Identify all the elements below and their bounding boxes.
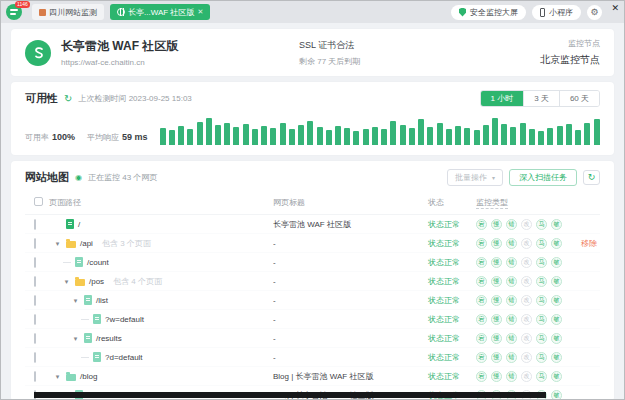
monitor-type-badge[interactable]: 敏 <box>551 371 562 382</box>
monitor-type-badge[interactable]: 改 <box>521 276 532 287</box>
settings-button[interactable]: ⚙ <box>587 5 602 20</box>
monitor-type-badge[interactable]: 马 <box>536 333 547 344</box>
monitor-type-badge[interactable]: 错 <box>506 276 517 287</box>
expand-toggle[interactable]: ▾ <box>53 240 62 247</box>
monitor-type-badge[interactable]: 敏 <box>551 276 562 287</box>
page-path[interactable]: ?w=default <box>105 315 144 324</box>
time-range-button[interactable]: 60 天 <box>559 91 599 106</box>
monitor-type-badge[interactable]: 错 <box>506 219 517 230</box>
row-checkbox[interactable] <box>34 257 36 268</box>
monitor-type-badge[interactable]: 改 <box>521 314 532 325</box>
monitor-type-badge[interactable]: 慢 <box>491 219 502 230</box>
monitor-type-badge[interactable]: 错 <box>506 295 517 306</box>
row-checkbox[interactable] <box>34 219 36 230</box>
monitor-type-badge[interactable]: 慢 <box>491 314 502 325</box>
monitor-type-badge[interactable]: 错 <box>506 257 517 268</box>
tab-site-2-active[interactable]: 长亭...WAF 社区版 ✕ <box>110 4 210 20</box>
monitor-type-badge[interactable]: 改 <box>521 295 532 306</box>
tab-close-icon[interactable]: ✕ <box>197 8 203 16</box>
monitor-type-badge[interactable]: 马 <box>536 314 547 325</box>
monitor-type-badge[interactable]: 宕 <box>476 257 487 268</box>
monitor-type-badge[interactable]: 宕 <box>476 371 487 382</box>
monitor-type-badge[interactable]: 宕 <box>476 276 487 287</box>
monitor-type-badge[interactable]: 改 <box>521 238 532 249</box>
monitor-type-badge[interactable]: 改 <box>521 219 532 230</box>
deep-scan-button[interactable]: 深入扫描任务 <box>509 169 577 186</box>
row-checkbox[interactable] <box>34 238 36 249</box>
response-time-bar-chart[interactable] <box>160 116 600 145</box>
monitor-type-badge[interactable]: 宕 <box>476 238 487 249</box>
page-path[interactable]: /count <box>87 258 109 267</box>
monitor-type-badge[interactable]: 敏 <box>551 238 562 249</box>
page-path[interactable]: / <box>78 220 80 229</box>
time-range-button[interactable]: 3 天 <box>523 91 559 106</box>
monitor-node-value[interactable]: 北京监控节点 <box>540 53 600 67</box>
page-path[interactable]: /results <box>96 334 122 343</box>
monitor-type-badge[interactable]: 改 <box>521 371 532 382</box>
monitor-type-badge[interactable]: 宕 <box>476 219 487 230</box>
monitor-type-badge[interactable]: 慢 <box>491 333 502 344</box>
row-checkbox[interactable] <box>34 352 36 363</box>
monitor-type-badge[interactable]: 马 <box>536 276 547 287</box>
chart-bar <box>538 131 544 145</box>
monitor-type-badge[interactable]: 敏 <box>551 314 562 325</box>
row-checkbox[interactable] <box>34 314 36 325</box>
expand-toggle[interactable]: ▾ <box>62 278 71 285</box>
monitor-type-badge[interactable]: 马 <box>536 257 547 268</box>
monitor-type-badge[interactable]: 敏 <box>551 333 562 344</box>
monitor-type-badge[interactable]: 马 <box>536 371 547 382</box>
monitor-type-badge[interactable]: 错 <box>506 352 517 363</box>
refresh-icon[interactable]: ↻ <box>64 94 72 104</box>
monitor-type-badge[interactable]: 慢 <box>491 371 502 382</box>
monitor-type-badge[interactable]: 宕 <box>476 314 487 325</box>
row-checkbox[interactable] <box>34 371 36 382</box>
monitor-type-badge[interactable]: 敏 <box>551 352 562 363</box>
monitor-type-badge[interactable]: 改 <box>521 333 532 344</box>
miniapp-button[interactable]: 小程序 <box>532 5 581 20</box>
expand-toggle[interactable]: ▾ <box>71 297 80 304</box>
monitor-type-badge[interactable]: 马 <box>536 238 547 249</box>
remove-link[interactable]: 移除 <box>581 238 597 249</box>
monitor-type-badge[interactable]: 改 <box>521 352 532 363</box>
security-dashboard-button[interactable]: 安全监控大屏 <box>451 5 526 20</box>
monitor-type-badge[interactable]: 马 <box>536 295 547 306</box>
monitor-type-badge[interactable]: 慢 <box>491 276 502 287</box>
monitor-type-badge[interactable]: 改 <box>521 257 532 268</box>
expand-toggle[interactable]: ▾ <box>71 335 80 342</box>
row-checkbox[interactable] <box>34 295 36 306</box>
page-path[interactable]: /api <box>80 239 93 248</box>
tab-site-1[interactable]: 四川网站监测 <box>32 4 104 20</box>
page-path[interactable]: /blog <box>80 372 97 381</box>
monitor-type-badge[interactable]: 错 <box>506 333 517 344</box>
select-all-checkbox[interactable] <box>34 197 43 206</box>
site-url[interactable]: https://waf-ce.chaitin.cn <box>61 58 289 67</box>
monitor-type-badge[interactable]: 错 <box>506 314 517 325</box>
app-launcher[interactable]: 1146 <box>6 3 26 21</box>
rescan-button[interactable]: ↻ <box>583 170 600 185</box>
monitor-type-badge[interactable]: 宕 <box>476 333 487 344</box>
monitor-type-badge[interactable]: 马 <box>536 352 547 363</box>
monitor-type-badge[interactable]: 慢 <box>491 295 502 306</box>
monitor-type-badge[interactable]: 宕 <box>476 352 487 363</box>
monitor-type-badge[interactable]: 马 <box>536 219 547 230</box>
monitor-type-badge[interactable]: 敏 <box>551 219 562 230</box>
monitor-type-badge[interactable]: 错 <box>506 238 517 249</box>
row-checkbox[interactable] <box>34 333 36 344</box>
page-path[interactable]: ?d=default <box>105 353 143 362</box>
monitor-type-badge[interactable]: 宕 <box>476 295 487 306</box>
bulk-action-select[interactable]: 批量操作 ▾ <box>447 169 503 186</box>
window-close-icon[interactable]: ✕ <box>611 4 619 13</box>
monitor-type-badge[interactable]: 敏 <box>551 257 562 268</box>
monitor-type-badge[interactable]: 敏 <box>551 390 562 400</box>
monitor-type-badge[interactable]: 错 <box>506 371 517 382</box>
monitor-type-badge[interactable]: 慢 <box>491 257 502 268</box>
monitor-type-badge[interactable]: 敏 <box>551 295 562 306</box>
row-checkbox[interactable] <box>34 276 36 287</box>
monitor-type-badge[interactable]: 慢 <box>491 352 502 363</box>
time-range-button[interactable]: 1 小时 <box>481 91 524 106</box>
page-path-cell: ▾/api包含 3 个页面 <box>49 238 273 249</box>
page-path[interactable]: /list <box>96 296 108 305</box>
expand-toggle[interactable]: ▾ <box>53 373 62 380</box>
page-path[interactable]: /pos <box>89 277 104 286</box>
monitor-type-badge[interactable]: 慢 <box>491 238 502 249</box>
